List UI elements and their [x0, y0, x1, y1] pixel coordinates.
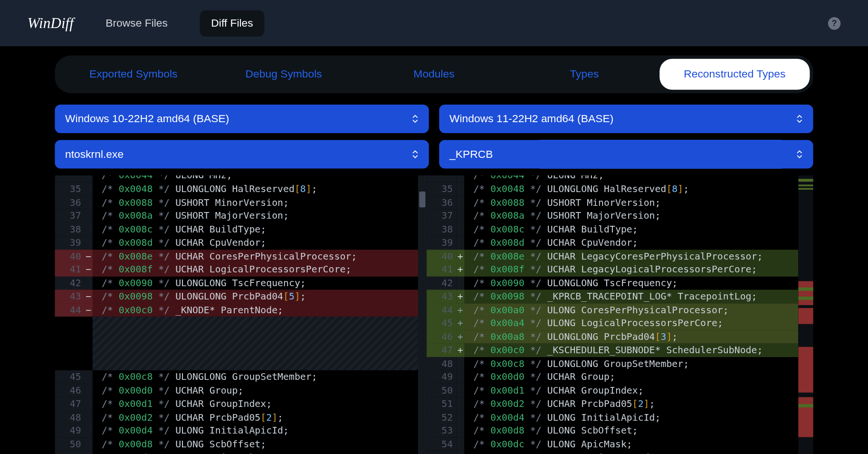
- diff-marker: [85, 397, 93, 410]
- right-version-label: Windows 11-22H2 amd64 (BASE): [449, 113, 613, 125]
- diff-marker: [85, 411, 93, 424]
- code-content: /* 0x0048 */ ULONGLONG HalReserved[8];: [93, 182, 427, 195]
- tab-exported-symbols[interactable]: Exported Symbols: [58, 59, 209, 90]
- code-line: 46 /* 0x00d0 */ UCHAR Group;: [55, 384, 427, 397]
- diff-pane-right[interactable]: /* 0x0044 */ ULONG MHz;35 /* 0x0048 */ U…: [427, 175, 799, 454]
- code-line: 53 /* 0x00d8 */ ULONG ScbOffset;: [427, 424, 799, 437]
- code-content: /* 0x0098 */ _KPRCB_TRACEPOINT_LOG* Trac…: [464, 290, 798, 303]
- line-number: [427, 175, 457, 182]
- tab-modules[interactable]: Modules: [359, 59, 509, 90]
- help-icon[interactable]: ?: [828, 17, 840, 29]
- line-number: 46: [427, 330, 457, 343]
- type-selector[interactable]: _KPRCB: [439, 140, 813, 168]
- code-line: 50 /* 0x00d1 */ UCHAR GroupIndex;: [427, 384, 799, 397]
- code-content: /* 0x008e */ UCHAR CoresPerPhysicalProce…: [93, 250, 427, 263]
- line-number: 36: [55, 196, 85, 209]
- right-version-selector[interactable]: Windows 11-22H2 amd64 (BASE): [439, 105, 813, 133]
- diff-marker: [456, 196, 464, 209]
- scrollbar[interactable]: [418, 175, 427, 454]
- diff-marker: [85, 209, 93, 222]
- diff-marker: [85, 196, 93, 209]
- line-number: 48: [427, 357, 457, 370]
- code-content: /* 0x00e0 */ PVOID AcpiReserved;: [464, 451, 798, 454]
- code-content: /* 0x0044 */ ULONG MHz;: [93, 175, 427, 182]
- minimap-segment[interactable]: [798, 281, 813, 305]
- diff-marker: −: [85, 303, 93, 317]
- line-number: 37: [55, 209, 85, 222]
- updown-icon: [796, 115, 803, 123]
- minimap-segment[interactable]: [798, 288, 813, 291]
- code-line: 41− /* 0x008f */ UCHAR LogicalProcessors…: [55, 263, 427, 276]
- line-number: 40: [427, 250, 457, 263]
- diff-marker: [456, 370, 464, 384]
- code-line: 40+ /* 0x008e */ UCHAR LegacyCoresPerPhy…: [427, 250, 799, 263]
- diff-pane-left[interactable]: /* 0x0044 */ ULONG MHz;35 /* 0x0048 */ U…: [55, 175, 427, 454]
- diff-minimap[interactable]: [798, 175, 813, 454]
- minimap-segment[interactable]: [798, 297, 813, 300]
- line-number: 44: [55, 303, 85, 317]
- minimap-segment[interactable]: [798, 347, 813, 393]
- line-number: 43: [55, 290, 85, 303]
- code-content: /* 0x008f */ UCHAR LogicalProcessorsPerC…: [93, 263, 427, 276]
- diff-marker: [456, 182, 464, 195]
- binary-label: ntoskrnl.exe: [65, 148, 124, 160]
- diff-marker: +: [456, 303, 464, 317]
- code-line: 38 /* 0x008c */ UCHAR BuildType;: [427, 222, 799, 236]
- diff-marker: [85, 182, 93, 195]
- line-number: 51: [55, 451, 85, 454]
- code-content: /* 0x008a */ USHORT MajorVersion;: [464, 209, 798, 222]
- code-content: /* 0x008c */ UCHAR BuildType;: [464, 222, 798, 236]
- line-number: 50: [427, 384, 457, 397]
- diff-marker: [85, 236, 93, 249]
- diff-view: /* 0x0044 */ ULONG MHz;35 /* 0x0048 */ U…: [55, 175, 813, 454]
- minimap-segment[interactable]: [798, 179, 813, 182]
- diff-marker: +: [456, 330, 464, 343]
- category-tabs: Exported Symbols Debug Symbols Modules T…: [55, 56, 813, 93]
- code-content: /* 0x0088 */ USHORT MinorVersion;: [464, 196, 798, 209]
- diff-marker: [456, 357, 464, 370]
- diff-marker: [456, 384, 464, 397]
- line-number: 36: [427, 196, 457, 209]
- code-line: 46+ /* 0x00a8 */ ULONGLONG PrcbPad04[3];: [427, 330, 799, 343]
- left-version-selector[interactable]: Windows 10-22H2 amd64 (BASE): [55, 105, 429, 133]
- code-content: /* 0x0090 */ ULONGLONG TscFrequency;: [93, 276, 427, 290]
- line-number: 49: [427, 370, 457, 384]
- line-number: 47: [55, 397, 85, 410]
- code-content: /* 0x00dc */ ULONG ApicMask;: [93, 451, 427, 454]
- line-number: 41: [427, 263, 457, 276]
- code-line: 44− /* 0x00c0 */ _KNODE* ParentNode;: [55, 303, 427, 317]
- minimap-segment[interactable]: [798, 184, 813, 186]
- diff-marker: −: [85, 250, 93, 263]
- code-content: /* 0x008e */ UCHAR LegacyCoresPerPhysica…: [464, 250, 798, 263]
- code-line: 41+ /* 0x008f */ UCHAR LegacyLogicalProc…: [427, 263, 799, 276]
- tab-types[interactable]: Types: [509, 59, 659, 90]
- line-number: 53: [427, 424, 457, 437]
- code-content: /* 0x0098 */ ULONGLONG PrcbPad04[5];: [93, 290, 427, 303]
- nav-diff-files[interactable]: Diff Files: [200, 10, 265, 36]
- code-content: /* 0x00dc */ ULONG ApicMask;: [464, 437, 798, 451]
- code-line: 35 /* 0x0048 */ ULONGLONG HalReserved[8]…: [55, 182, 427, 195]
- code-line: 48 /* 0x00c8 */ ULONGLONG GroupSetMember…: [427, 357, 799, 370]
- minimap-segment[interactable]: [798, 308, 813, 324]
- diff-marker: [456, 175, 464, 182]
- diff-marker: [456, 276, 464, 290]
- code-line: 54 /* 0x00dc */ ULONG ApicMask;: [427, 437, 799, 451]
- tab-debug-symbols[interactable]: Debug Symbols: [209, 59, 359, 90]
- minimap-segment[interactable]: [798, 404, 813, 407]
- tab-reconstructed-types[interactable]: Reconstructed Types: [659, 59, 810, 90]
- line-number: 51: [427, 397, 457, 410]
- code-line: 50 /* 0x00d8 */ ULONG ScbOffset;: [55, 437, 427, 451]
- minimap-segment[interactable]: [798, 397, 813, 437]
- code-content: /* 0x0088 */ USHORT MinorVersion;: [93, 196, 427, 209]
- line-number: 49: [55, 424, 85, 437]
- diff-marker: [85, 222, 93, 236]
- line-number: 44: [427, 303, 457, 317]
- code-line: 49 /* 0x00d4 */ ULONG InitialApicId;: [55, 424, 427, 437]
- minimap-segment[interactable]: [798, 188, 813, 190]
- code-content: /* 0x008a */ USHORT MajorVersion;: [93, 209, 427, 222]
- nav-browse-files[interactable]: Browse Files: [94, 10, 179, 36]
- binary-selector[interactable]: ntoskrnl.exe: [55, 140, 429, 168]
- scrollbar-thumb[interactable]: [419, 192, 425, 208]
- diff-marker: [85, 175, 93, 182]
- code-content: /* 0x00a0 */ ULONG CoresPerPhysicalProce…: [464, 303, 798, 317]
